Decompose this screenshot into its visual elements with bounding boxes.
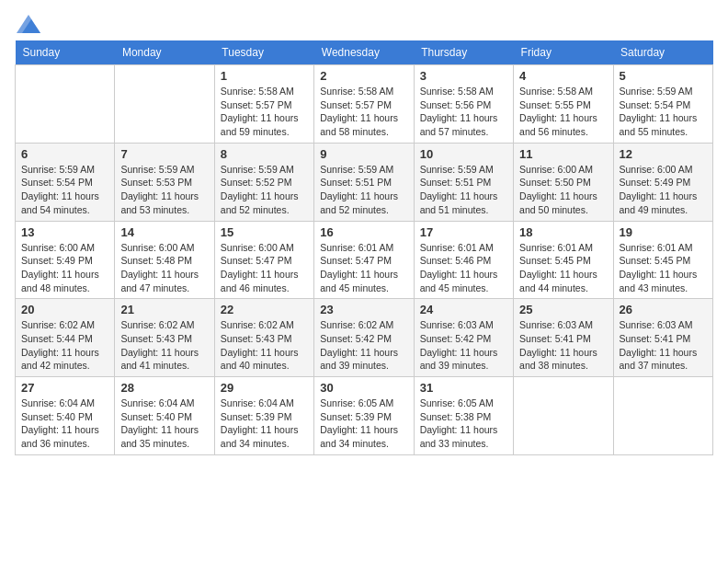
day-number: 11 [519, 147, 607, 161]
sunset-info: Sunset: 5:45 PM [519, 255, 591, 266]
sunset-info: Sunset: 5:51 PM [420, 177, 492, 188]
sunset-info: Sunset: 5:57 PM [221, 99, 292, 110]
daylight-info: Daylight: 11 hours and 48 minutes. [21, 269, 99, 293]
day-info: Sunrise: 5:59 AMSunset: 5:54 PMDaylight:… [620, 85, 707, 139]
calendar-day-cell: 1Sunrise: 5:58 AMSunset: 5:57 PMDaylight… [214, 65, 313, 144]
day-of-week-header: Thursday [414, 40, 513, 65]
sunrise-info: Sunrise: 5:58 AM [420, 86, 494, 97]
day-number: 27 [21, 381, 108, 395]
calendar-day-cell [16, 65, 115, 144]
calendar-week-row: 27Sunrise: 6:04 AMSunset: 5:40 PMDayligh… [16, 377, 713, 455]
day-info: Sunrise: 6:02 AMSunset: 5:43 PMDaylight:… [120, 318, 208, 373]
day-number: 19 [620, 225, 707, 239]
sunset-info: Sunset: 5:42 PM [320, 333, 392, 344]
day-info: Sunrise: 5:58 AMSunset: 5:56 PMDaylight:… [420, 85, 507, 139]
day-info: Sunrise: 6:00 AMSunset: 5:49 PMDaylight:… [21, 241, 108, 295]
calendar-day-cell: 12Sunrise: 6:00 AMSunset: 5:49 PMDayligh… [613, 143, 712, 221]
day-info: Sunrise: 6:00 AMSunset: 5:49 PMDaylight:… [620, 163, 707, 217]
day-info: Sunrise: 6:01 AMSunset: 5:45 PMDaylight:… [620, 241, 707, 295]
sunrise-info: Sunrise: 5:59 AM [21, 164, 95, 175]
sunset-info: Sunset: 5:56 PM [420, 99, 492, 110]
sunrise-info: Sunrise: 6:03 AM [620, 319, 693, 330]
daylight-info: Daylight: 11 hours and 37 minutes. [620, 347, 698, 372]
sunrise-info: Sunrise: 6:02 AM [120, 319, 194, 330]
day-number: 1 [221, 69, 308, 83]
day-number: 7 [120, 147, 208, 161]
sunrise-info: Sunrise: 6:05 AM [420, 397, 494, 408]
sunset-info: Sunset: 5:40 PM [120, 411, 192, 422]
sunset-info: Sunset: 5:52 PM [221, 177, 292, 188]
day-number: 2 [320, 69, 407, 83]
day-number: 8 [221, 147, 308, 161]
sunrise-info: Sunrise: 6:04 AM [221, 397, 294, 408]
calendar-day-cell: 9Sunrise: 5:59 AMSunset: 5:51 PMDaylight… [314, 143, 414, 221]
day-number: 28 [120, 381, 208, 395]
day-number: 9 [320, 147, 407, 161]
calendar-day-cell: 2Sunrise: 5:58 AMSunset: 5:57 PMDaylight… [314, 65, 414, 144]
day-info: Sunrise: 6:02 AMSunset: 5:42 PMDaylight:… [320, 318, 407, 373]
day-number: 3 [420, 69, 507, 83]
daylight-info: Daylight: 11 hours and 34 minutes. [221, 424, 299, 449]
calendar-week-row: 1Sunrise: 5:58 AMSunset: 5:57 PMDaylight… [16, 65, 713, 144]
day-info: Sunrise: 6:05 AMSunset: 5:39 PMDaylight:… [320, 396, 407, 451]
sunset-info: Sunset: 5:44 PM [21, 333, 93, 344]
daylight-info: Daylight: 11 hours and 38 minutes. [519, 347, 597, 372]
calendar-day-cell: 3Sunrise: 5:58 AMSunset: 5:56 PMDaylight… [414, 65, 513, 144]
logo-icon [17, 15, 40, 33]
daylight-info: Daylight: 11 hours and 34 minutes. [320, 424, 398, 449]
day-number: 6 [21, 147, 108, 161]
sunset-info: Sunset: 5:41 PM [620, 333, 691, 344]
sunrise-info: Sunrise: 6:02 AM [21, 319, 95, 330]
day-info: Sunrise: 6:01 AMSunset: 5:46 PMDaylight:… [420, 241, 507, 295]
calendar-day-cell: 16Sunrise: 6:01 AMSunset: 5:47 PMDayligh… [314, 221, 414, 299]
sunrise-info: Sunrise: 6:04 AM [120, 397, 194, 408]
calendar-day-cell: 4Sunrise: 5:58 AMSunset: 5:55 PMDaylight… [514, 65, 613, 144]
day-of-week-header: Tuesday [214, 40, 313, 65]
calendar-table: SundayMondayTuesdayWednesdayThursdayFrid… [15, 40, 713, 455]
calendar-header-row: SundayMondayTuesdayWednesdayThursdayFrid… [16, 40, 713, 65]
sunrise-info: Sunrise: 6:01 AM [320, 242, 393, 253]
daylight-info: Daylight: 11 hours and 39 minutes. [320, 347, 398, 372]
sunrise-info: Sunrise: 6:01 AM [420, 242, 494, 253]
daylight-info: Daylight: 11 hours and 59 minutes. [221, 112, 299, 137]
calendar-day-cell: 23Sunrise: 6:02 AMSunset: 5:42 PMDayligh… [314, 299, 414, 377]
day-number: 17 [420, 225, 507, 239]
calendar-day-cell: 20Sunrise: 6:02 AMSunset: 5:44 PMDayligh… [16, 299, 115, 377]
day-number: 22 [221, 303, 308, 316]
day-info: Sunrise: 6:05 AMSunset: 5:38 PMDaylight:… [420, 396, 507, 451]
calendar-week-row: 6Sunrise: 5:59 AMSunset: 5:54 PMDaylight… [16, 143, 713, 221]
daylight-info: Daylight: 11 hours and 50 minutes. [519, 190, 597, 215]
logo [15, 15, 40, 33]
sunrise-info: Sunrise: 6:00 AM [221, 242, 294, 253]
day-number: 16 [320, 225, 407, 239]
calendar-day-cell: 10Sunrise: 5:59 AMSunset: 5:51 PMDayligh… [414, 143, 513, 221]
sunset-info: Sunset: 5:38 PM [420, 411, 492, 422]
daylight-info: Daylight: 11 hours and 42 minutes. [21, 347, 99, 372]
calendar-day-cell: 30Sunrise: 6:05 AMSunset: 5:39 PMDayligh… [314, 377, 414, 455]
sunrise-info: Sunrise: 5:59 AM [420, 164, 494, 175]
daylight-info: Daylight: 11 hours and 40 minutes. [221, 347, 299, 372]
day-number: 13 [21, 225, 108, 239]
sunset-info: Sunset: 5:54 PM [21, 177, 93, 188]
daylight-info: Daylight: 11 hours and 55 minutes. [620, 112, 698, 137]
calendar-day-cell: 31Sunrise: 6:05 AMSunset: 5:38 PMDayligh… [414, 377, 513, 455]
daylight-info: Daylight: 11 hours and 33 minutes. [420, 424, 498, 449]
day-number: 20 [21, 303, 108, 316]
sunset-info: Sunset: 5:43 PM [120, 333, 192, 344]
day-info: Sunrise: 5:59 AMSunset: 5:52 PMDaylight:… [221, 163, 308, 217]
day-info: Sunrise: 6:02 AMSunset: 5:43 PMDaylight:… [221, 318, 308, 373]
daylight-info: Daylight: 11 hours and 54 minutes. [21, 190, 99, 215]
sunset-info: Sunset: 5:50 PM [519, 177, 591, 188]
sunset-info: Sunset: 5:51 PM [320, 177, 392, 188]
day-info: Sunrise: 6:04 AMSunset: 5:39 PMDaylight:… [221, 396, 308, 451]
sunrise-info: Sunrise: 6:04 AM [21, 397, 95, 408]
day-info: Sunrise: 5:58 AMSunset: 5:55 PMDaylight:… [519, 85, 607, 139]
day-number: 18 [519, 225, 607, 239]
day-of-week-header: Friday [514, 40, 613, 65]
day-info: Sunrise: 5:59 AMSunset: 5:53 PMDaylight:… [120, 163, 208, 217]
daylight-info: Daylight: 11 hours and 45 minutes. [320, 269, 398, 293]
calendar-day-cell: 11Sunrise: 6:00 AMSunset: 5:50 PMDayligh… [514, 143, 613, 221]
calendar-day-cell: 6Sunrise: 5:59 AMSunset: 5:54 PMDaylight… [16, 143, 115, 221]
calendar-day-cell: 21Sunrise: 6:02 AMSunset: 5:43 PMDayligh… [115, 299, 214, 377]
day-number: 12 [620, 147, 707, 161]
